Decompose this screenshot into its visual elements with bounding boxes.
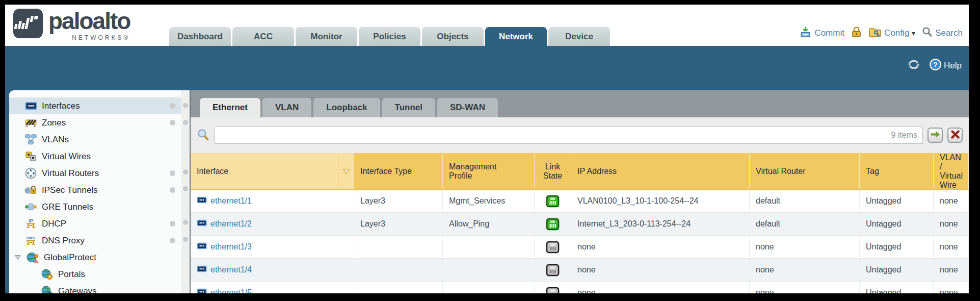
tab-network[interactable]: Network	[485, 27, 547, 46]
ethernet-port-icon	[197, 265, 207, 274]
tab-monitor[interactable]: Monitor	[296, 27, 357, 46]
table-row[interactable]: ethernet1/3nonenoneUntaggednone	[191, 236, 969, 259]
interface-link[interactable]: ethernet1/1	[210, 196, 252, 206]
subtab-vlan[interactable]: VLAN	[262, 98, 311, 117]
status-dot	[170, 187, 175, 193]
table-row[interactable]: ethernet1/4nonenoneUntaggednone	[191, 259, 969, 282]
sidebar-item-globalprotect[interactable]: GlobalProtect	[9, 249, 181, 266]
sidebar-item-virtual-wires[interactable]: Virtual Wires	[9, 148, 181, 165]
tab-device[interactable]: Device	[548, 27, 610, 46]
column-label: Interface Type	[360, 167, 412, 176]
link-down-icon[interactable]	[546, 287, 560, 294]
link-down-icon[interactable]	[546, 241, 560, 254]
column-header-interface[interactable]: Interface	[191, 153, 354, 189]
cell-interface: ethernet1/2	[191, 213, 354, 235]
status-dot	[170, 120, 175, 126]
column-header-link-state[interactable]: Link State	[535, 153, 571, 189]
sidebar-item-interfaces[interactable]: Interfaces	[9, 97, 181, 114]
refresh-icon[interactable]	[907, 59, 921, 73]
help-label: Help	[944, 61, 962, 71]
interface-link[interactable]: ethernet1/5	[210, 288, 252, 293]
cell-interface-type	[354, 259, 443, 281]
cell-management-profile: Mgmt_Services	[443, 190, 535, 212]
tab-acc[interactable]: ACC	[232, 27, 294, 46]
table-row[interactable]: ethernet1/5nonenoneUntaggednone	[191, 282, 969, 293]
column-header-interface-type[interactable]: Interface Type	[354, 153, 443, 189]
help-icon: ?	[929, 58, 942, 73]
link-up-icon[interactable]	[546, 195, 560, 208]
sidebar-item-gre-tunnels[interactable]: GRE Tunnels	[9, 198, 181, 215]
cell-virtual-router: default	[750, 190, 860, 212]
column-header-ip-address[interactable]: IP Address	[571, 153, 750, 189]
status-dot	[170, 103, 175, 109]
interface-link[interactable]: ethernet1/4	[210, 265, 252, 274]
cell-interface: ethernet1/4	[191, 259, 354, 281]
sidebar-item-label: Zones	[42, 118, 66, 128]
cell-ip-address: none	[571, 236, 750, 258]
sidebar-item-label: Interfaces	[42, 101, 80, 111]
filter-search-icon	[197, 129, 210, 142]
filter-input[interactable]	[220, 131, 891, 140]
cell-virtual-router: default	[750, 213, 860, 235]
sidebar-item-dns-proxy[interactable]: DNSDNS Proxy	[9, 232, 181, 249]
items-count: 9 items	[891, 131, 917, 140]
cell-interface-type	[354, 236, 443, 258]
sidebar-item-dhcp[interactable]: IPDHCP	[9, 215, 181, 232]
status-dot	[170, 221, 175, 227]
interface-link[interactable]: ethernet1/2	[210, 219, 252, 229]
cell-interface: ethernet1/1	[191, 190, 354, 212]
clear-filter-button[interactable]	[947, 128, 963, 143]
expander-down-icon[interactable]	[14, 255, 22, 260]
dhcp-icon: IP	[24, 218, 37, 230]
sort-dropdown-icon[interactable]	[338, 153, 354, 189]
table-row[interactable]: ethernet1/2Layer3Allow_PingInternet_L3_2…	[191, 213, 969, 236]
filter-input-wrap: 9 items	[215, 127, 923, 144]
column-header-management-profile[interactable]: Management Profile	[443, 153, 535, 189]
column-header-tag[interactable]: Tag	[860, 153, 934, 189]
cell-link-state	[535, 236, 571, 258]
brand-logo: paloalto NETWORKS®	[13, 9, 130, 41]
column-label: VLAN / Virtual Wire	[940, 153, 963, 189]
status-dot	[170, 238, 175, 243]
help-button[interactable]: ? Help	[929, 58, 962, 73]
subtab-tunnel[interactable]: Tunnel	[382, 98, 435, 117]
cell-link-state	[535, 259, 571, 281]
apply-filter-button[interactable]	[928, 128, 943, 143]
search-button[interactable]: Search	[922, 27, 963, 40]
config-menu[interactable]: Config ▾	[868, 27, 915, 40]
primary-nav: DashboardACCMonitorPoliciesObjectsNetwor…	[169, 27, 610, 46]
column-header-virtual-router[interactable]: Virtual Router	[750, 153, 860, 189]
subtab-loopback[interactable]: Loopback	[313, 98, 380, 117]
sidebar-item-virtual-routers[interactable]: Virtual Routers	[9, 165, 181, 182]
splitter-grip-dot	[183, 186, 188, 191]
tab-dashboard[interactable]: Dashboard	[169, 27, 231, 46]
cell-interface-type: Layer3	[354, 213, 443, 235]
sidebar-item-zones[interactable]: Zones	[9, 114, 181, 131]
sidebar-item-ipsec-tunnels[interactable]: IPSec Tunnels	[9, 182, 181, 198]
splitter-grip-dot	[183, 169, 188, 174]
config-icon	[868, 27, 882, 40]
lock-icon[interactable]	[851, 26, 862, 40]
interface-type-tabs: EthernetVLANLoopbackTunnelSD-WAN	[191, 90, 969, 117]
tab-objects[interactable]: Objects	[422, 27, 484, 46]
interface-link[interactable]: ethernet1/3	[210, 242, 252, 252]
subtab-sd-wan[interactable]: SD-WAN	[437, 98, 498, 117]
cell-interface-type	[354, 282, 443, 293]
column-header-vlan-virtual-wire[interactable]: VLAN / Virtual Wire	[934, 153, 969, 189]
sidebar-splitter[interactable]	[181, 90, 190, 293]
sidebar-item-vlans[interactable]: VLANs	[9, 131, 181, 148]
cell-vlan-virtual-wire: none	[934, 213, 969, 235]
cell-ip-address: VLAN0100_L3_10-1-100-254--24	[571, 190, 750, 212]
table-row[interactable]: ethernet1/1Layer3Mgmt_ServicesVLAN0100_L…	[191, 190, 969, 213]
commit-button[interactable]: Commit	[799, 26, 844, 40]
tab-policies[interactable]: Policies	[359, 27, 420, 46]
sidebar-item-portals[interactable]: Portals	[9, 266, 181, 283]
link-up-icon[interactable]	[546, 218, 560, 231]
ethernet-port-icon	[197, 242, 207, 252]
cell-interface-type: Layer3	[354, 190, 443, 212]
subtab-ethernet[interactable]: Ethernet	[200, 98, 260, 117]
gateways-icon	[41, 285, 54, 294]
link-down-icon[interactable]	[546, 264, 560, 277]
interfaces-table: InterfaceInterface TypeManagement Profil…	[191, 153, 969, 293]
sidebar-item-gateways[interactable]: Gateways	[9, 283, 181, 293]
